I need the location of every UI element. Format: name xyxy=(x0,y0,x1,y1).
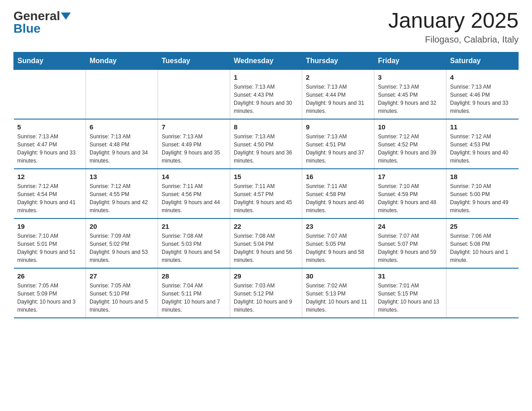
calendar-cell: 7Sunrise: 7:13 AM Sunset: 4:49 PM Daylig… xyxy=(158,119,230,169)
header-thursday: Thursday xyxy=(302,52,374,69)
calendar-header-row: SundayMondayTuesdayWednesdayThursdayFrid… xyxy=(14,52,519,69)
calendar-cell: 19Sunrise: 7:10 AM Sunset: 5:01 PM Dayli… xyxy=(14,218,86,268)
page-header: General Blue January 2025 Filogaso, Cala… xyxy=(13,9,519,45)
day-info: Sunrise: 7:07 AM Sunset: 5:07 PM Dayligh… xyxy=(378,232,442,264)
day-number: 28 xyxy=(162,272,226,280)
header-tuesday: Tuesday xyxy=(158,52,230,69)
day-number: 8 xyxy=(234,123,298,131)
day-info: Sunrise: 7:01 AM Sunset: 5:15 PM Dayligh… xyxy=(378,282,442,314)
calendar-cell: 29Sunrise: 7:03 AM Sunset: 5:12 PM Dayli… xyxy=(230,268,302,318)
day-info: Sunrise: 7:13 AM Sunset: 4:47 PM Dayligh… xyxy=(17,133,82,165)
day-info: Sunrise: 7:07 AM Sunset: 5:05 PM Dayligh… xyxy=(306,232,370,264)
day-info: Sunrise: 7:10 AM Sunset: 5:01 PM Dayligh… xyxy=(17,232,82,264)
calendar-cell: 22Sunrise: 7:08 AM Sunset: 5:04 PM Dayli… xyxy=(230,218,302,268)
header-saturday: Saturday xyxy=(446,52,519,69)
day-info: Sunrise: 7:11 AM Sunset: 4:56 PM Dayligh… xyxy=(162,182,226,214)
day-info: Sunrise: 7:13 AM Sunset: 4:44 PM Dayligh… xyxy=(306,83,370,115)
day-info: Sunrise: 7:12 AM Sunset: 4:53 PM Dayligh… xyxy=(450,133,515,165)
calendar-cell xyxy=(158,69,230,119)
calendar-cell: 8Sunrise: 7:13 AM Sunset: 4:50 PM Daylig… xyxy=(230,119,302,169)
day-number: 9 xyxy=(306,123,370,131)
calendar-cell: 16Sunrise: 7:11 AM Sunset: 4:58 PM Dayli… xyxy=(302,169,374,218)
day-info: Sunrise: 7:13 AM Sunset: 4:48 PM Dayligh… xyxy=(90,133,154,165)
day-info: Sunrise: 7:13 AM Sunset: 4:49 PM Dayligh… xyxy=(162,133,226,165)
day-info: Sunrise: 7:12 AM Sunset: 4:52 PM Dayligh… xyxy=(378,133,442,165)
calendar-cell: 28Sunrise: 7:04 AM Sunset: 5:11 PM Dayli… xyxy=(158,268,230,318)
day-info: Sunrise: 7:06 AM Sunset: 5:08 PM Dayligh… xyxy=(450,232,515,264)
day-info: Sunrise: 7:13 AM Sunset: 4:51 PM Dayligh… xyxy=(306,133,370,165)
calendar-cell: 17Sunrise: 7:10 AM Sunset: 4:59 PM Dayli… xyxy=(374,169,446,218)
day-number: 25 xyxy=(450,223,515,230)
calendar-cell: 9Sunrise: 7:13 AM Sunset: 4:51 PM Daylig… xyxy=(302,119,374,169)
day-number: 12 xyxy=(17,173,82,180)
day-number: 1 xyxy=(234,73,298,81)
calendar-cell: 25Sunrise: 7:06 AM Sunset: 5:08 PM Dayli… xyxy=(446,218,519,268)
day-number: 6 xyxy=(90,123,154,131)
calendar-cell: 23Sunrise: 7:07 AM Sunset: 5:05 PM Dayli… xyxy=(302,218,374,268)
day-info: Sunrise: 7:12 AM Sunset: 4:54 PM Dayligh… xyxy=(17,182,82,214)
calendar-cell: 24Sunrise: 7:07 AM Sunset: 5:07 PM Dayli… xyxy=(374,218,446,268)
calendar-cell: 31Sunrise: 7:01 AM Sunset: 5:15 PM Dayli… xyxy=(374,268,446,318)
day-number: 13 xyxy=(90,173,154,180)
day-info: Sunrise: 7:08 AM Sunset: 5:04 PM Dayligh… xyxy=(234,232,298,264)
day-number: 16 xyxy=(306,173,370,180)
logo-blue: Blue xyxy=(13,21,71,36)
calendar-cell: 3Sunrise: 7:13 AM Sunset: 4:45 PM Daylig… xyxy=(374,69,446,119)
header-wednesday: Wednesday xyxy=(230,52,302,69)
calendar-week-row: 26Sunrise: 7:05 AM Sunset: 5:09 PM Dayli… xyxy=(14,268,519,318)
day-info: Sunrise: 7:02 AM Sunset: 5:13 PM Dayligh… xyxy=(306,282,370,314)
day-number: 21 xyxy=(162,223,226,230)
day-info: Sunrise: 7:12 AM Sunset: 4:55 PM Dayligh… xyxy=(90,182,154,214)
day-number: 24 xyxy=(378,223,442,230)
header-monday: Monday xyxy=(86,52,158,69)
calendar-title: January 2025 xyxy=(388,9,519,33)
day-info: Sunrise: 7:13 AM Sunset: 4:45 PM Dayligh… xyxy=(378,83,442,115)
day-number: 23 xyxy=(306,223,370,230)
calendar-cell: 13Sunrise: 7:12 AM Sunset: 4:55 PM Dayli… xyxy=(86,169,158,218)
day-number: 30 xyxy=(306,272,370,280)
day-info: Sunrise: 7:10 AM Sunset: 5:00 PM Dayligh… xyxy=(450,182,515,214)
calendar-cell: 21Sunrise: 7:08 AM Sunset: 5:03 PM Dayli… xyxy=(158,218,230,268)
day-number: 22 xyxy=(234,223,298,230)
logo-triangle-icon xyxy=(61,13,71,20)
calendar-cell: 14Sunrise: 7:11 AM Sunset: 4:56 PM Dayli… xyxy=(158,169,230,218)
day-info: Sunrise: 7:05 AM Sunset: 5:10 PM Dayligh… xyxy=(90,282,154,314)
calendar-week-row: 5Sunrise: 7:13 AM Sunset: 4:47 PM Daylig… xyxy=(14,119,519,169)
day-number: 10 xyxy=(378,123,442,131)
day-info: Sunrise: 7:13 AM Sunset: 4:43 PM Dayligh… xyxy=(234,83,298,115)
calendar-week-row: 19Sunrise: 7:10 AM Sunset: 5:01 PM Dayli… xyxy=(14,218,519,268)
day-number: 4 xyxy=(450,73,515,81)
calendar-cell: 30Sunrise: 7:02 AM Sunset: 5:13 PM Dayli… xyxy=(302,268,374,318)
calendar-cell: 20Sunrise: 7:09 AM Sunset: 5:02 PM Dayli… xyxy=(86,218,158,268)
day-info: Sunrise: 7:05 AM Sunset: 5:09 PM Dayligh… xyxy=(17,282,82,314)
calendar-week-row: 12Sunrise: 7:12 AM Sunset: 4:54 PM Dayli… xyxy=(14,169,519,218)
day-number: 19 xyxy=(17,223,82,230)
calendar-subtitle: Filogaso, Calabria, Italy xyxy=(388,34,519,45)
day-info: Sunrise: 7:04 AM Sunset: 5:11 PM Dayligh… xyxy=(162,282,226,314)
day-number: 7 xyxy=(162,123,226,131)
day-number: 26 xyxy=(17,272,82,280)
calendar-cell: 15Sunrise: 7:11 AM Sunset: 4:57 PM Dayli… xyxy=(230,169,302,218)
calendar-cell: 27Sunrise: 7:05 AM Sunset: 5:10 PM Dayli… xyxy=(86,268,158,318)
header-sunday: Sunday xyxy=(14,52,86,69)
day-number: 2 xyxy=(306,73,370,81)
day-info: Sunrise: 7:11 AM Sunset: 4:57 PM Dayligh… xyxy=(234,182,298,214)
day-number: 11 xyxy=(450,123,515,131)
calendar-cell: 26Sunrise: 7:05 AM Sunset: 5:09 PM Dayli… xyxy=(14,268,86,318)
calendar-week-row: 1Sunrise: 7:13 AM Sunset: 4:43 PM Daylig… xyxy=(14,69,519,119)
day-number: 18 xyxy=(450,173,515,180)
calendar-cell: 1Sunrise: 7:13 AM Sunset: 4:43 PM Daylig… xyxy=(230,69,302,119)
day-info: Sunrise: 7:13 AM Sunset: 4:50 PM Dayligh… xyxy=(234,133,298,165)
svg-marker-0 xyxy=(61,13,71,20)
header-friday: Friday xyxy=(374,52,446,69)
day-info: Sunrise: 7:10 AM Sunset: 4:59 PM Dayligh… xyxy=(378,182,442,214)
day-info: Sunrise: 7:13 AM Sunset: 4:46 PM Dayligh… xyxy=(450,83,515,115)
logo: General Blue xyxy=(13,9,71,36)
day-number: 15 xyxy=(234,173,298,180)
calendar-cell: 4Sunrise: 7:13 AM Sunset: 4:46 PM Daylig… xyxy=(446,69,519,119)
day-number: 17 xyxy=(378,173,442,180)
calendar-cell: 6Sunrise: 7:13 AM Sunset: 4:48 PM Daylig… xyxy=(86,119,158,169)
calendar-cell: 11Sunrise: 7:12 AM Sunset: 4:53 PM Dayli… xyxy=(446,119,519,169)
day-info: Sunrise: 7:08 AM Sunset: 5:03 PM Dayligh… xyxy=(162,232,226,264)
calendar-cell xyxy=(14,69,86,119)
